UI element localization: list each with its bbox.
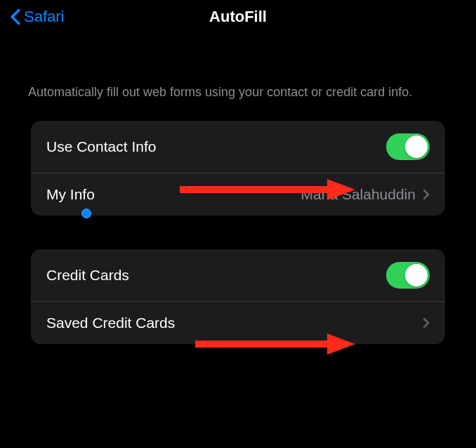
- group-credit-cards: Credit Cards Saved Credit Cards: [31, 249, 445, 344]
- group-contact-info: Use Contact Info My Info Maria Salahuddi…: [31, 121, 445, 216]
- chevron-left-icon: [10, 8, 21, 25]
- toggle-knob: [405, 136, 428, 158]
- use-contact-label: Use Contact Info: [46, 138, 386, 155]
- row-credit-cards[interactable]: Credit Cards: [31, 249, 445, 301]
- saved-credit-cards-label: Saved Credit Cards: [46, 315, 423, 331]
- toggle-use-contact-info[interactable]: [386, 133, 430, 160]
- row-my-info[interactable]: My Info Maria Salahuddin: [31, 173, 445, 216]
- nav-bar: Safari AutoFill: [0, 0, 476, 34]
- chevron-right-icon: [423, 317, 430, 329]
- toggle-knob: [405, 264, 428, 286]
- blue-dot-annotation: [81, 209, 91, 218]
- chevron-right-icon: [423, 189, 430, 200]
- back-label: Safari: [24, 8, 64, 26]
- credit-cards-label: Credit Cards: [46, 267, 386, 284]
- content: Use Contact Info My Info Maria Salahuddi…: [0, 121, 476, 344]
- row-use-contact-info[interactable]: Use Contact Info: [31, 121, 445, 173]
- my-info-label: My Info: [46, 186, 301, 203]
- back-button[interactable]: Safari: [10, 8, 64, 26]
- toggle-credit-cards[interactable]: [386, 262, 430, 289]
- row-saved-credit-cards[interactable]: Saved Credit Cards: [31, 301, 445, 344]
- page-title: AutoFill: [209, 8, 267, 26]
- section-description: Automatically fill out web forms using y…: [0, 34, 476, 121]
- my-info-value: Maria Salahuddin: [301, 186, 416, 203]
